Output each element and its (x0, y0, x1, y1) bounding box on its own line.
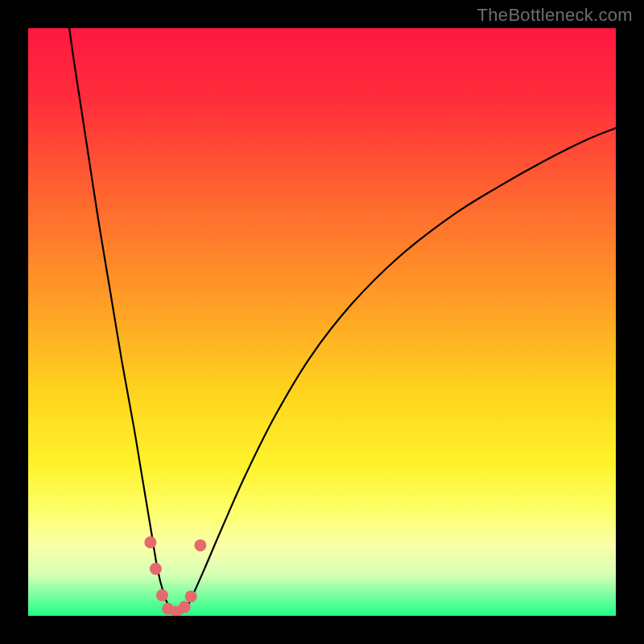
highlight-dot (144, 536, 156, 548)
highlight-dot (179, 601, 191, 613)
plot-area (28, 28, 616, 616)
highlight-dot (185, 590, 197, 602)
plot-svg (28, 28, 616, 616)
gradient-background (28, 28, 616, 616)
highlight-dot (156, 589, 168, 601)
highlight-dot (150, 563, 162, 575)
outer-frame: TheBottleneck.com (0, 0, 644, 644)
watermark-text: TheBottleneck.com (477, 5, 633, 26)
highlight-dot (194, 539, 206, 551)
